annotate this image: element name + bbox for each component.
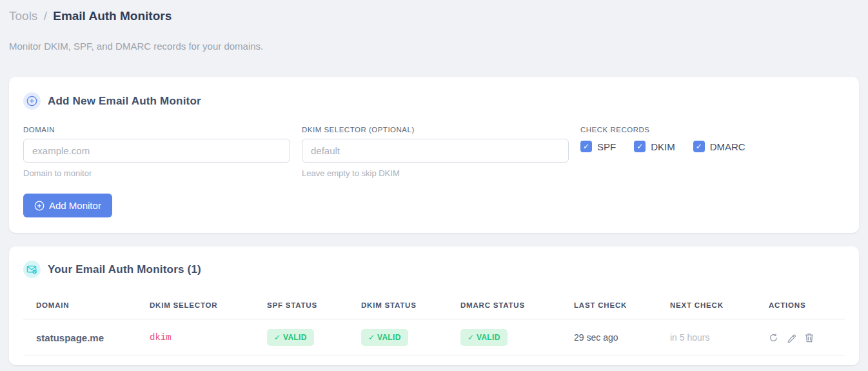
add-monitor-button-label: Add Monitor — [49, 200, 101, 211]
checkbox-dmarc-label: DMARC — [710, 141, 745, 152]
checkbox-checked-icon[interactable] — [580, 141, 592, 152]
table-row: statuspage.me dkim ✓ VALID ✓ VALID ✓ VAL… — [23, 319, 845, 356]
dkim-selector-field-label: DKIM SELECTOR (OPTIONAL) — [302, 126, 569, 134]
domain-field-label: DOMAIN — [23, 126, 290, 134]
plus-circle-icon — [34, 201, 44, 211]
monitor-last-check: 29 sec ago — [561, 319, 657, 356]
col-spf-status: SPF STATUS — [254, 292, 348, 319]
breadcrumb-tools[interactable]: Tools — [9, 9, 37, 23]
domain-field-group: DOMAIN Domain to monitor — [23, 126, 290, 178]
actions-group — [769, 333, 845, 343]
monitor-dkim-selector: dkim — [137, 319, 254, 356]
monitor-domain: statuspage.me — [23, 319, 137, 356]
edit-icon[interactable] — [787, 333, 796, 343]
email-check-icon — [23, 261, 41, 278]
checkbox-spf-label: SPF — [597, 141, 616, 152]
monitor-dkim-status-cell: ✓ VALID — [348, 319, 448, 356]
monitors-card-header: Your Email Auth Monitors (1) — [23, 261, 845, 278]
col-dkim-status: DKIM STATUS — [348, 292, 448, 319]
add-monitor-card-header: Add New Email Auth Monitor — [23, 92, 845, 110]
table-header-row: DOMAIN DKIM SELECTOR SPF STATUS DKIM STA… — [23, 292, 845, 319]
checkbox-dkim[interactable]: DKIM — [634, 141, 675, 152]
check-records-row: SPF DKIM DMARC — [580, 141, 745, 152]
checkbox-checked-icon[interactable] — [634, 141, 646, 152]
page-subtitle: Monitor DKIM, SPF, and DMARC records for… — [9, 41, 859, 52]
refresh-icon[interactable] — [769, 333, 778, 343]
breadcrumb: Tools / Email Auth Monitors — [9, 8, 859, 24]
status-badge: ✓ VALID — [267, 329, 314, 346]
page-title: Email Auth Monitors — [53, 9, 172, 23]
col-domain: DOMAIN — [23, 292, 137, 319]
add-monitor-form: DOMAIN Domain to monitor DKIM SELECTOR (… — [23, 126, 845, 178]
dkim-selector-field-helper: Leave empty to skip DKIM — [302, 168, 569, 178]
col-actions: ACTIONS — [756, 292, 845, 319]
delete-icon[interactable] — [805, 333, 814, 343]
checkbox-spf[interactable]: SPF — [580, 141, 616, 152]
monitors-card: Your Email Auth Monitors (1) DOMAIN DKIM… — [9, 246, 859, 365]
dkim-selector-input[interactable] — [302, 139, 569, 163]
monitor-actions-cell — [756, 319, 845, 356]
status-badge: ✓ VALID — [361, 329, 408, 346]
breadcrumb-separator: / — [44, 9, 47, 23]
monitor-spf-status-cell: ✓ VALID — [254, 319, 348, 356]
plus-circle-icon — [23, 92, 41, 110]
check-records-group: CHECK RECORDS SPF DKIM DMARC — [580, 126, 745, 152]
dkim-selector-field-group: DKIM SELECTOR (OPTIONAL) Leave empty to … — [302, 126, 569, 178]
col-dmarc-status: DMARC STATUS — [448, 292, 561, 319]
check-records-label: CHECK RECORDS — [580, 126, 745, 134]
add-monitor-card: Add New Email Auth Monitor DOMAIN Domain… — [9, 77, 859, 233]
domain-field-helper: Domain to monitor — [23, 168, 290, 178]
add-monitor-button[interactable]: Add Monitor — [23, 194, 112, 217]
col-last-check: LAST CHECK — [561, 292, 657, 319]
checkbox-dkim-label: DKIM — [651, 141, 675, 152]
add-monitor-card-title: Add New Email Auth Monitor — [48, 95, 201, 108]
monitors-card-title: Your Email Auth Monitors (1) — [48, 263, 201, 276]
col-dkim-selector: DKIM SELECTOR — [137, 292, 254, 319]
checkbox-dmarc[interactable]: DMARC — [693, 141, 745, 152]
status-badge: ✓ VALID — [460, 329, 508, 346]
col-next-check: NEXT CHECK — [657, 292, 756, 319]
checkbox-checked-icon[interactable] — [693, 141, 705, 152]
monitor-next-check: in 5 hours — [657, 319, 756, 356]
page-header: Tools / Email Auth Monitors Monitor DKIM… — [0, 0, 868, 52]
monitors-table: DOMAIN DKIM SELECTOR SPF STATUS DKIM STA… — [23, 292, 845, 356]
domain-input[interactable] — [23, 139, 290, 163]
monitor-dmarc-status-cell: ✓ VALID — [448, 319, 561, 356]
